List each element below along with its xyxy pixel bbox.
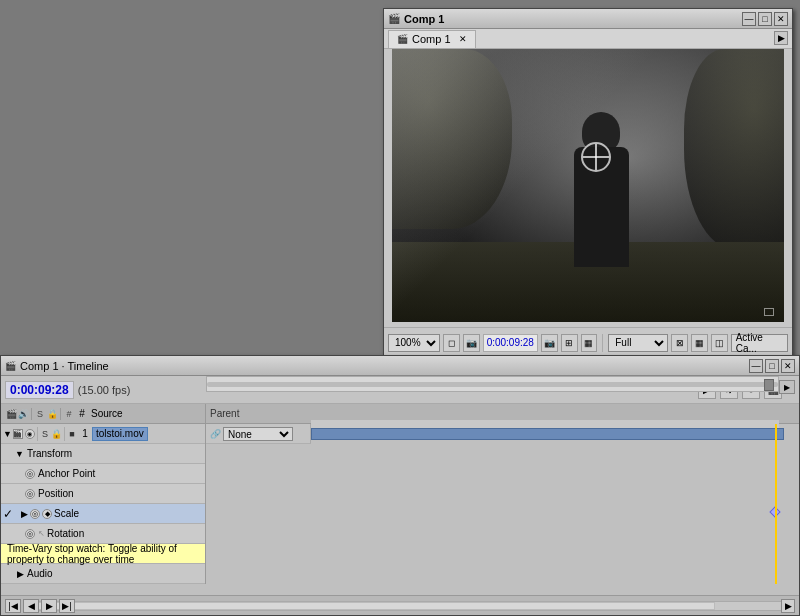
layer-name-label: tolstoi.mov xyxy=(96,428,144,439)
timeline-maximize-btn[interactable]: □ xyxy=(765,359,779,373)
layer-video-toggle[interactable]: 🎬 xyxy=(13,429,23,439)
parent-select[interactable]: None xyxy=(223,427,293,441)
layer-lock-btn[interactable]: 🔒 xyxy=(51,429,63,439)
quality-select[interactable]: Full Half Quarter xyxy=(608,334,668,352)
timeline-minimize-btn[interactable]: — xyxy=(749,359,763,373)
comp-image xyxy=(392,49,784,322)
col-sep2 xyxy=(60,408,61,420)
timeline-window-controls: — □ ✕ xyxy=(749,359,795,373)
timeline-controls-bar: 0:00:09:28 (15.00 fps) ▶ ♫ ↺ 🎬 M ▶ xyxy=(1,376,799,404)
go-start-btn[interactable]: |◀ xyxy=(5,599,21,613)
overlay-icon[interactable]: ◫ xyxy=(711,334,728,352)
scrubber-track xyxy=(207,382,778,387)
audio-expand[interactable]: ▶ xyxy=(17,569,24,579)
layer-label-color[interactable]: ■ xyxy=(66,429,78,439)
timeline-bottom-bar: ◀ ▶ |◀ ◀ ▶ ▶| xyxy=(1,595,799,615)
timeline-icon: 🎬 xyxy=(5,361,16,371)
timeline-close-btn[interactable]: ✕ xyxy=(781,359,795,373)
scrubber-handle[interactable] xyxy=(764,379,774,391)
position-label: Position xyxy=(38,488,74,499)
layer-name-box[interactable]: tolstoi.mov xyxy=(92,427,148,441)
timeline-body: ▼ 🎬 ◉ S 🔒 ■ 1 tolstoi.mov ▼ Transform xyxy=(1,424,799,584)
grid2-icon[interactable]: ▦ xyxy=(691,334,708,352)
transform-expand[interactable]: ▼ xyxy=(15,449,24,459)
layer-1-row: ▼ 🎬 ◉ S 🔒 ■ 1 tolstoi.mov xyxy=(1,424,205,444)
parent-label: Parent xyxy=(210,408,239,419)
comp-title: Comp 1 xyxy=(404,13,444,25)
small-selection-box xyxy=(764,308,774,316)
timecode-display[interactable]: 0:00:09:28 xyxy=(483,334,538,352)
layer-expand-arrow[interactable]: ▼ xyxy=(3,429,12,439)
comp-tab-icon: 🎬 xyxy=(397,34,408,44)
timeline-window: 🎬 Comp 1 · Timeline — □ ✕ 0:00:09:28 (15… xyxy=(0,355,800,616)
horizontal-scrollbar[interactable] xyxy=(23,601,793,611)
scale-keyframe[interactable]: ◆ xyxy=(42,509,52,519)
comp-tab-label: Comp 1 xyxy=(412,33,451,45)
target-circle xyxy=(581,142,611,172)
playhead[interactable] xyxy=(775,424,777,584)
comp-close-btn[interactable]: ✕ xyxy=(774,12,788,26)
comp-maximize-btn[interactable]: □ xyxy=(758,12,772,26)
rotation-stopwatch[interactable]: ◎ xyxy=(25,529,35,539)
layer-audio-toggle[interactable]: ◉ xyxy=(25,429,35,439)
layer-num: 1 xyxy=(78,428,92,439)
transform-label: Transform xyxy=(27,448,72,459)
snapshot-icon[interactable]: 📷 xyxy=(463,334,480,352)
tab-arrow-btn[interactable]: ▶ xyxy=(774,31,788,45)
active-camera-button[interactable]: Active Ca... xyxy=(731,334,788,352)
scale-expand[interactable]: ▶ xyxy=(21,509,28,519)
comp-tab-close[interactable]: ✕ xyxy=(459,34,467,44)
scrollbar-thumb[interactable] xyxy=(24,602,715,610)
anchor-point-label: Anchor Point xyxy=(38,468,95,479)
video-col-icon: 🎬 xyxy=(5,408,17,420)
scale-stopwatch[interactable]: ◎ xyxy=(30,509,40,519)
anchor-stopwatch[interactable]: ◎ xyxy=(25,469,35,479)
track-area xyxy=(311,424,799,584)
tooltip-text: Time-Vary stop watch: Toggle ability of … xyxy=(7,543,199,565)
comp-tab-bar: 🎬 Comp 1 ✕ ▶ xyxy=(384,29,792,49)
target-x-vertical xyxy=(595,144,597,170)
toolbar-separator xyxy=(602,334,603,352)
next-frame-btn[interactable]: ▶ xyxy=(41,599,57,613)
go-end-btn[interactable]: ▶| xyxy=(59,599,75,613)
column-headers: 🎬 🔊 S 🔒 # # Source Parent 1s 2s 3s 4s 5s… xyxy=(1,404,799,424)
timeline-titlebar: 🎬 Comp 1 · Timeline — □ ✕ xyxy=(1,356,799,376)
comp-titlebar: 🎬 Comp 1 — □ ✕ xyxy=(384,9,792,29)
rotation-cursor[interactable]: ↖ xyxy=(38,529,45,538)
scale-checkmark: ✓ xyxy=(3,507,13,521)
timeline-right-panel: 🔗 None xyxy=(206,424,799,584)
position-row: ◎ Position xyxy=(1,484,205,504)
comp-tab[interactable]: 🎬 Comp 1 ✕ xyxy=(388,30,476,48)
zoom-select[interactable]: 100% 50% 200% xyxy=(388,334,440,352)
scroll-right-btn[interactable]: ▶ xyxy=(781,599,795,613)
solo-col-icon: S xyxy=(34,408,46,420)
layer-solo-btn[interactable]: S xyxy=(39,429,51,439)
timeline-title-area: 🎬 Comp 1 · Timeline xyxy=(5,360,109,372)
figure xyxy=(564,117,644,267)
audio-row: ▶ Audio xyxy=(1,564,205,584)
prev-frame-btn[interactable]: ◀ xyxy=(23,599,39,613)
comp-bottom-toolbar: 100% 50% 200% ◻ 📷 0:00:09:28 📷 ⊞ ▦ Full … xyxy=(384,327,792,357)
timeline-timecode[interactable]: 0:00:09:28 xyxy=(5,381,74,399)
region-icon[interactable]: ⊠ xyxy=(671,334,688,352)
fit-icon[interactable]: ◻ xyxy=(443,334,460,352)
grid-icon[interactable]: ⊞ xyxy=(561,334,578,352)
channels-icon[interactable]: ▦ xyxy=(581,334,598,352)
col-sep2 xyxy=(64,427,65,441)
comp-minimize-btn[interactable]: — xyxy=(742,12,756,26)
comp-viewport xyxy=(392,49,784,322)
fps-label: (15.00 fps) xyxy=(78,384,131,396)
camera-icon[interactable]: 📷 xyxy=(541,334,558,352)
comp-title-area: 🎬 Comp 1 xyxy=(388,13,444,25)
expand-track-btn[interactable]: ▶ xyxy=(779,380,795,394)
layer1-track-bar[interactable] xyxy=(311,428,784,440)
audio-label: Audio xyxy=(27,568,53,579)
parent-col-layer1: 🔗 None xyxy=(206,424,311,444)
scale-label: Scale xyxy=(54,508,79,519)
col-sep1 xyxy=(31,408,32,420)
num-col-header: # xyxy=(75,408,89,419)
tooltip-row: Time-Vary stop watch: Toggle ability of … xyxy=(1,544,205,564)
position-stopwatch[interactable]: ◎ xyxy=(25,489,35,499)
label-col-icon: # xyxy=(63,408,75,420)
scrubber-bar[interactable] xyxy=(206,376,779,392)
